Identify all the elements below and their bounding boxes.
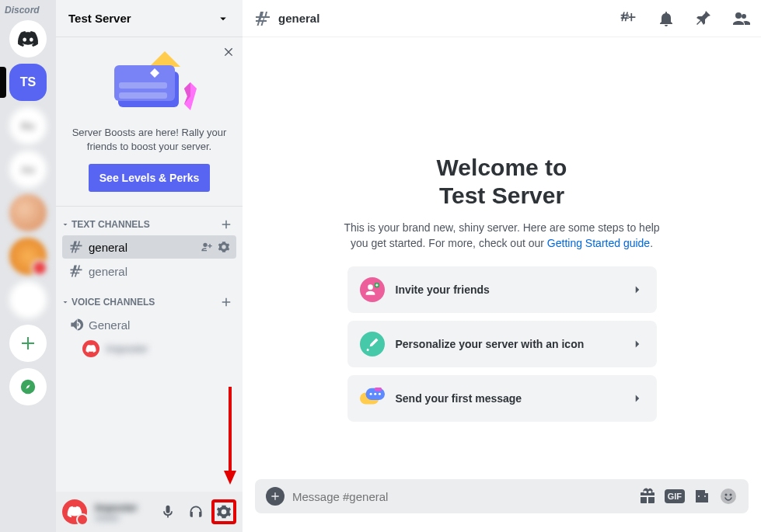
paint-icon	[360, 332, 385, 356]
server-icon[interactable]	[9, 194, 47, 231]
boost-levels-button[interactable]: See Levels & Perks	[89, 164, 210, 192]
server-header[interactable]: Test Server	[56, 0, 243, 37]
server-icon[interactable]: Ro	[9, 107, 47, 144]
welcome-panel: Welcome toTest Server This is your brand…	[243, 37, 761, 479]
welcome-card-first-message[interactable]: Send your first message	[347, 375, 657, 422]
compass-icon	[19, 378, 37, 395]
message-input[interactable]	[292, 490, 630, 503]
welcome-subtitle: This is your brand new, shiny server. He…	[339, 221, 665, 251]
user-area: Imposter #0000	[56, 492, 243, 532]
server-rail: Discord TS Ro Ao	[0, 0, 56, 532]
svg-point-12	[369, 393, 372, 395]
headphones-icon	[188, 504, 204, 520]
chevron-right-icon	[630, 337, 644, 351]
welcome-title: Welcome toTest Server	[437, 154, 567, 210]
create-channel-button[interactable]	[219, 217, 233, 231]
text-channel[interactable]: general	[62, 259, 236, 283]
chevron-down-icon	[61, 220, 70, 229]
sticker-icon[interactable]	[693, 487, 711, 506]
speaker-icon	[68, 317, 84, 332]
server-icon[interactable]	[9, 238, 47, 275]
server-icon-selected[interactable]: TS	[9, 64, 47, 101]
plus-icon	[269, 490, 281, 502]
welcome-card-personalize[interactable]: Personalize your server with an icon	[347, 321, 657, 367]
voice-user[interactable]: Imposter	[56, 337, 243, 360]
svg-point-17	[725, 494, 728, 496]
gear-icon	[216, 504, 232, 520]
hash-icon	[68, 263, 84, 279]
boost-card: Server Boosts are here! Rally your frien…	[56, 37, 243, 207]
svg-point-14	[378, 393, 380, 395]
add-server-button[interactable]	[9, 325, 47, 362]
main-area: general Welcome toTest Server This is yo…	[243, 0, 761, 532]
invite-icon	[360, 277, 385, 302]
chevron-down-icon	[61, 297, 70, 307]
invite-icon[interactable]	[201, 241, 213, 253]
discord-logo-icon	[17, 28, 39, 50]
boost-close-button[interactable]	[222, 45, 235, 57]
avatar	[82, 340, 99, 357]
server-name: Test Server	[68, 12, 131, 25]
channel-name: general	[278, 12, 319, 25]
explore-button[interactable]	[9, 368, 47, 405]
server-icon[interactable]: Ao	[9, 151, 47, 188]
chevron-right-icon	[630, 283, 644, 297]
chevron-right-icon	[630, 391, 644, 405]
channel-sidebar: Test Server Server Boosts are her	[56, 0, 243, 532]
pin-icon[interactable]	[694, 9, 713, 28]
svg-point-13	[374, 393, 376, 395]
chevron-down-icon	[216, 12, 230, 26]
svg-rect-15	[374, 388, 381, 391]
server-icon[interactable]	[9, 281, 47, 318]
text-channel[interactable]: general	[62, 235, 236, 259]
threads-icon[interactable]	[620, 9, 638, 28]
gear-icon[interactable]	[218, 241, 230, 253]
app-name: Discord	[5, 5, 40, 16]
voice-channel[interactable]: General	[62, 313, 236, 336]
svg-point-16	[721, 489, 736, 504]
category-voice-channels[interactable]: VOICE CHANNELS	[56, 292, 243, 312]
home-button[interactable]	[9, 20, 47, 57]
mic-icon	[160, 504, 176, 520]
gift-icon[interactable]	[638, 487, 657, 506]
hash-icon	[68, 239, 84, 255]
create-channel-button[interactable]	[219, 295, 233, 309]
mute-button[interactable]	[155, 499, 180, 524]
self-avatar[interactable]	[62, 499, 87, 524]
svg-rect-4	[119, 82, 167, 89]
chat-header: general	[243, 0, 761, 37]
hash-icon	[253, 9, 272, 28]
message-icon	[360, 386, 385, 411]
boost-text: Server Boosts are here! Rally your frien…	[65, 126, 233, 153]
members-icon[interactable]	[731, 9, 750, 28]
gif-button[interactable]: GIF	[665, 489, 685, 503]
boost-art	[65, 50, 233, 120]
user-settings-button[interactable]	[211, 499, 236, 524]
welcome-card-invite[interactable]: Invite your friends	[347, 266, 657, 313]
attach-button[interactable]	[266, 487, 285, 506]
bell-icon[interactable]	[657, 9, 675, 28]
emoji-icon[interactable]	[719, 487, 738, 506]
getting-started-link[interactable]: Getting Started guide	[547, 237, 650, 249]
plus-icon	[19, 334, 37, 353]
svg-point-18	[730, 494, 732, 496]
deafen-button[interactable]	[183, 499, 208, 524]
self-name[interactable]: Imposter #0000	[95, 502, 152, 523]
channel-list: TEXT CHANNELS general general VOICE CHAN…	[56, 207, 243, 492]
svg-rect-5	[119, 92, 167, 99]
category-text-channels[interactable]: TEXT CHANNELS	[56, 214, 243, 235]
close-icon	[222, 45, 235, 57]
composer: GIF	[243, 479, 761, 532]
